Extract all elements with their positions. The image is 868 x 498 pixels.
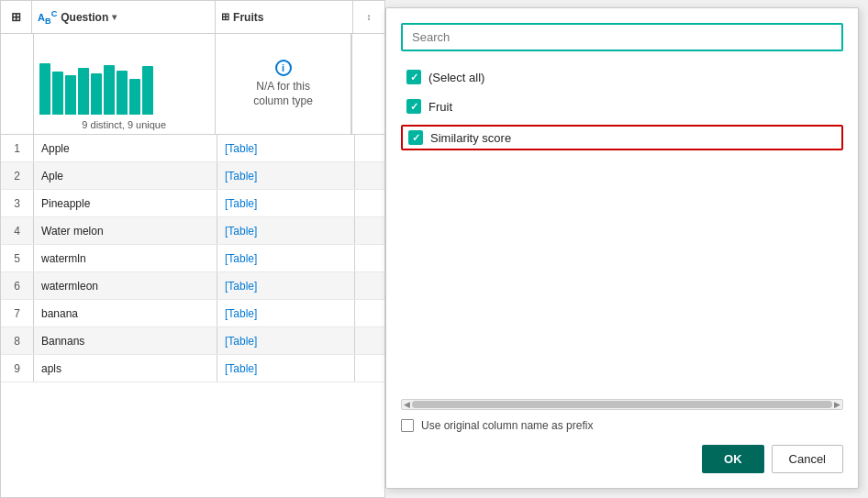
bars-container [39, 60, 209, 115]
fruits-cell: [Table] [217, 272, 355, 299]
bar [91, 73, 102, 115]
sort-icon[interactable]: ↕ [367, 12, 372, 22]
prefix-checkbox[interactable] [401, 419, 414, 432]
table-row[interactable]: 8 Bannans [Table] [1, 327, 384, 355]
checkbox[interactable]: ✓ [406, 99, 421, 114]
checkbox[interactable]: ✓ [406, 70, 421, 84]
bar [78, 68, 89, 115]
question-column-header[interactable]: ABC Question ▾ [32, 1, 216, 33]
bar [65, 75, 76, 115]
bar [104, 65, 115, 115]
scroll-left-icon[interactable]: ◀ [404, 400, 410, 409]
table-header: ⊞ ABC Question ▾ ⊞ Fruits ↕ [1, 1, 384, 34]
row-index: 8 [1, 327, 34, 354]
profile-area: 9 distinct, 9 unique i N/A for thiscolum… [1, 34, 384, 135]
row-index: 5 [1, 245, 34, 271]
index-column-header: ⊞ [1, 1, 32, 33]
table-row[interactable]: 4 Water melon [Table] [1, 217, 384, 245]
bar [142, 66, 153, 115]
search-input[interactable] [401, 23, 843, 51]
profile-na-area: i N/A for thiscolumn type [216, 34, 352, 134]
sort-column-header[interactable]: ↕ [353, 1, 384, 33]
profile-index-cell [1, 34, 34, 134]
question-cell: banana [34, 300, 217, 326]
info-icon: i [275, 60, 292, 76]
fruits-cell: [Table] [217, 135, 355, 161]
scroll-right-icon[interactable]: ▶ [834, 400, 840, 409]
question-column-label: Question [61, 11, 108, 24]
row-index: 1 [1, 135, 34, 161]
na-text: N/A for thiscolumn type [253, 80, 313, 108]
fruits-column-label: Fruits [233, 11, 263, 24]
row-index: 3 [1, 190, 34, 216]
checkmark-icon: ✓ [410, 72, 418, 83]
fruits-cell: [Table] [217, 190, 355, 216]
bar [129, 79, 140, 115]
scroll-track[interactable] [412, 401, 832, 408]
checkbox-item[interactable]: ✓ Fruit [401, 95, 843, 117]
profile-bars-area: 9 distinct, 9 unique [34, 34, 216, 134]
fruits-cell: [Table] [217, 355, 355, 382]
checkbox-label: (Select all) [428, 71, 484, 84]
question-cell: watermleon [34, 272, 217, 299]
prefix-row: Use original column name as prefix [401, 419, 843, 432]
expand-columns-dialog: ✓ (Select all) ✓ Fruit ✓ Similarity scor… [385, 7, 859, 489]
profile-label: 9 distinct, 9 unique [39, 119, 209, 130]
table-row[interactable]: 5 watermln [Table] [1, 245, 384, 272]
bar [117, 71, 128, 115]
row-index: 4 [1, 217, 34, 244]
fruits-column-header[interactable]: ⊞ Fruits [216, 1, 353, 33]
table-row[interactable]: 3 Pineapple [Table] [1, 190, 384, 217]
fruits-cell: [Table] [217, 327, 355, 354]
checkmark-icon: ✓ [412, 132, 420, 144]
row-index: 6 [1, 272, 34, 299]
row-index: 2 [1, 162, 34, 189]
table-row[interactable]: 6 watermleon [Table] [1, 272, 384, 300]
question-cell: Bannans [34, 327, 217, 354]
question-cell: Aple [34, 162, 217, 189]
table-row[interactable]: 2 Aple [Table] [1, 162, 384, 190]
ok-button[interactable]: OK [702, 445, 764, 473]
question-cell: watermln [34, 245, 217, 271]
checkbox-item[interactable]: ✓ Similarity score [401, 125, 843, 150]
question-cell: apls [34, 355, 217, 382]
bar [39, 63, 50, 115]
checkbox-label: Similarity score [430, 131, 511, 145]
table-row[interactable]: 1 Apple [Table] [1, 135, 384, 162]
fruits-cell: [Table] [217, 162, 355, 189]
checkbox-item[interactable]: ✓ (Select all) [401, 66, 843, 88]
dropdown-arrow-icon[interactable]: ▾ [112, 12, 117, 22]
fruits-cell: [Table] [217, 217, 355, 244]
table-grid-icon: ⊞ [11, 10, 21, 24]
checkbox-list: ✓ (Select all) ✓ Fruit ✓ Similarity scor… [401, 61, 843, 390]
question-cell: Water melon [34, 217, 217, 244]
row-index: 7 [1, 300, 34, 326]
checkmark-icon: ✓ [410, 101, 418, 113]
table-container: ⊞ ABC Question ▾ ⊞ Fruits ↕ 9 distinct, … [0, 0, 385, 498]
text-type-icon: ABC [38, 9, 57, 26]
checkbox-label: Fruit [428, 100, 452, 114]
cancel-button[interactable]: Cancel [772, 445, 843, 473]
fruits-cell: [Table] [217, 300, 355, 326]
horizontal-scrollbar[interactable]: ◀ ▶ [401, 399, 843, 410]
table-row[interactable]: 7 banana [Table] [1, 300, 384, 327]
table-row[interactable]: 9 apls [Table] [1, 355, 384, 382]
bar [52, 72, 63, 115]
dialog-footer: OK Cancel [401, 445, 843, 473]
prefix-label: Use original column name as prefix [421, 419, 593, 432]
question-cell: Pineapple [34, 190, 217, 216]
fruits-type-icon: ⊞ [221, 11, 229, 23]
fruits-cell: [Table] [217, 245, 355, 271]
checkbox[interactable]: ✓ [408, 130, 423, 145]
row-index: 9 [1, 355, 34, 382]
table-body: 1 Apple [Table] 2 Aple [Table] 3 Pineapp… [1, 135, 384, 382]
question-cell: Apple [34, 135, 217, 161]
